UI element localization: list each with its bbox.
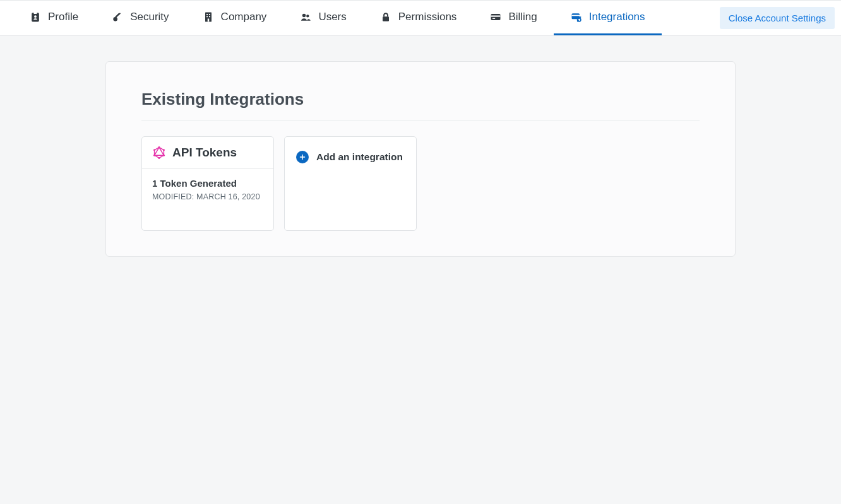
integrations-panel: Existing Integrations API Tokens 1 Token… [105, 61, 736, 257]
svg-point-12 [302, 14, 306, 18]
close-account-settings-button[interactable]: Close Account Settings [720, 7, 835, 29]
settings-tabbar: Profile Security Company Users Permissio [0, 0, 841, 36]
svg-rect-16 [491, 16, 501, 17]
svg-rect-10 [209, 16, 210, 17]
integrations-icon [570, 11, 583, 23]
tab-billing[interactable]: Billing [473, 1, 553, 35]
graphql-icon [152, 146, 166, 160]
svg-point-22 [163, 149, 165, 151]
key-icon [111, 11, 124, 23]
tab-label: Integrations [589, 11, 645, 23]
card-status: 1 Token Generated [152, 178, 263, 189]
svg-rect-14 [383, 16, 389, 21]
building-icon [202, 11, 215, 23]
svg-rect-7 [206, 14, 208, 15]
svg-point-26 [153, 149, 155, 151]
card-body: 1 Token Generated MODIFIED: MARCH 16, 20… [142, 169, 273, 230]
svg-point-2 [34, 15, 37, 18]
tab-label: Billing [508, 11, 537, 23]
svg-point-21 [158, 146, 160, 148]
integration-card-api-tokens[interactable]: API Tokens 1 Token Generated MODIFIED: M… [141, 136, 274, 231]
credit-card-icon [489, 11, 502, 23]
svg-point-3 [114, 17, 118, 21]
integration-cards: API Tokens 1 Token Generated MODIFIED: M… [141, 136, 700, 231]
tab-label: Users [318, 11, 346, 23]
tab-label: Permissions [398, 11, 457, 23]
svg-rect-15 [491, 14, 501, 20]
svg-point-13 [307, 15, 309, 17]
tab-company[interactable]: Company [186, 1, 283, 35]
svg-rect-1 [34, 12, 37, 14]
settings-tabs: Profile Security Company Users Permissio [13, 1, 662, 35]
plus-circle-icon [296, 151, 309, 163]
add-integration-card[interactable]: Add an integration [284, 136, 417, 231]
tab-integrations[interactable]: Integrations [554, 1, 662, 35]
svg-rect-8 [209, 14, 210, 15]
lock-icon [379, 11, 392, 23]
svg-point-24 [158, 157, 160, 159]
card-title: API Tokens [172, 146, 237, 160]
users-icon [299, 11, 312, 23]
svg-point-23 [163, 155, 165, 156]
card-modified: MODIFIED: MARCH 16, 2020 [152, 192, 263, 201]
svg-point-25 [153, 155, 155, 156]
svg-rect-9 [206, 16, 208, 17]
clipboard-user-icon [29, 11, 42, 23]
tab-permissions[interactable]: Permissions [363, 1, 474, 35]
tab-label: Security [130, 11, 169, 23]
tab-security[interactable]: Security [95, 1, 185, 35]
svg-rect-11 [207, 19, 209, 22]
tab-label: Profile [48, 11, 78, 23]
panel-heading: Existing Integrations [141, 90, 700, 121]
svg-rect-19 [571, 15, 580, 16]
svg-rect-17 [492, 18, 495, 19]
tab-label: Company [221, 11, 267, 23]
card-header: API Tokens [142, 137, 273, 169]
tab-profile[interactable]: Profile [13, 1, 95, 35]
add-integration-label: Add an integration [316, 151, 403, 163]
tab-users[interactable]: Users [283, 1, 362, 35]
